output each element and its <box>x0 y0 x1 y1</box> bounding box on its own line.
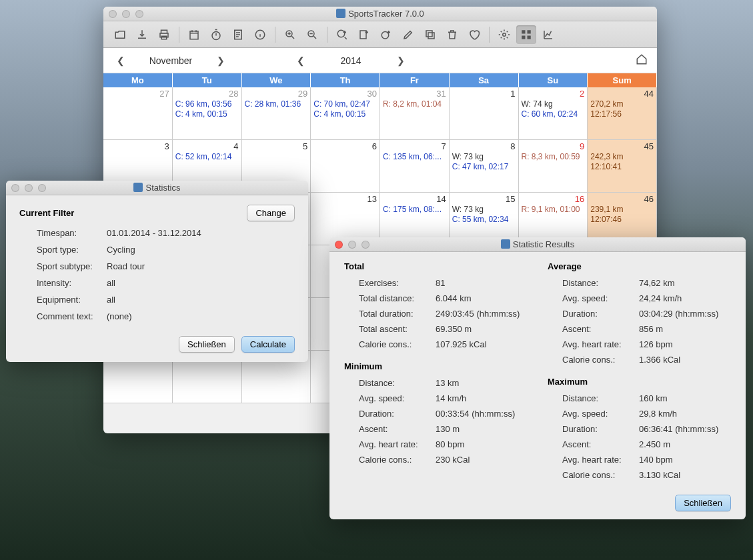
calendar-entry[interactable]: R: 9,1 km, 01:00 <box>522 205 585 214</box>
app-icon <box>133 183 143 192</box>
delete-icon[interactable] <box>442 25 462 44</box>
close-icon[interactable] <box>109 10 117 18</box>
svg-rect-3 <box>190 31 198 39</box>
calendar-day-cell[interactable]: 6 <box>311 140 380 193</box>
calendar-entry[interactable]: 12:10:41 <box>590 162 654 171</box>
calendar-entry[interactable]: C: 175 km, 08:... <box>383 205 446 214</box>
calendar-day-cell[interactable]: 30C: 70 km, 02:47C: 4 km, 00:15 <box>311 87 380 140</box>
separator <box>275 27 275 43</box>
calendar-day-cell[interactable]: 28C: 96 km, 03:56C: 4 km, 00:15 <box>173 87 242 140</box>
label: Duration: <box>359 409 436 419</box>
calendar-entry[interactable]: C: 55 km, 02:34 <box>452 215 516 224</box>
calendar-day-cell[interactable]: 2W: 74 kgC: 60 km, 02:24 <box>519 87 588 140</box>
prev-year-button[interactable]: ❮ <box>294 55 307 66</box>
next-month-button[interactable]: ❯ <box>214 55 227 66</box>
open-icon[interactable] <box>110 25 130 44</box>
calendar-entry[interactable]: C: 135 km, 06:... <box>383 152 446 161</box>
total-heading: Total <box>344 261 528 271</box>
calendar-entry[interactable]: 239,1 km <box>590 205 654 214</box>
next-year-button[interactable]: ❯ <box>394 55 408 66</box>
calendar-day-cell[interactable]: 9R: 8,3 km, 00:59 <box>519 140 588 193</box>
calendar-day-cell[interactable]: 1 <box>450 87 519 140</box>
close-icon[interactable] <box>335 241 343 249</box>
calendar-entry[interactable]: C: 96 km, 03:56 <box>175 99 239 109</box>
svg-rect-17 <box>522 35 525 39</box>
zoom-icon[interactable] <box>38 184 46 192</box>
prev-month-button[interactable]: ❮ <box>114 55 127 66</box>
heart-icon[interactable] <box>464 25 484 44</box>
zoom-icon[interactable] <box>361 241 369 249</box>
day-number: 9 <box>522 141 585 151</box>
traffic-lights <box>109 10 143 18</box>
calendar-entry[interactable]: C: 28 km, 01:36 <box>245 99 308 109</box>
calendar-entry[interactable]: C: 47 km, 02:17 <box>452 162 516 171</box>
close-button[interactable]: Schließen <box>675 495 731 511</box>
calendar-entry[interactable]: W: 73 kg <box>452 152 516 161</box>
add-exercise-icon[interactable] <box>332 25 352 44</box>
print-icon[interactable] <box>154 25 174 44</box>
note-icon[interactable] <box>228 25 248 44</box>
zoom-out-icon[interactable] <box>302 25 322 44</box>
calendar-entry[interactable]: W: 73 kg <box>452 205 516 214</box>
zoom-icon[interactable] <box>135 10 143 18</box>
minimize-icon[interactable] <box>25 184 33 192</box>
calendar-entry[interactable]: R: 8,2 km, 01:04 <box>383 99 446 109</box>
day-number: 13 <box>313 194 377 204</box>
calendar-entry[interactable]: C: 4 km, 00:15 <box>175 109 239 119</box>
calendar-day-cell[interactable]: 29C: 28 km, 01:36 <box>242 87 311 140</box>
close-button[interactable]: Schließen <box>179 336 235 353</box>
chart-view-icon[interactable] <box>538 25 558 44</box>
calendar-day-cell[interactable]: 8W: 73 kgC: 47 km, 02:17 <box>450 140 519 193</box>
calendar-entry[interactable]: 242,3 km <box>590 152 654 161</box>
label: Duration: <box>562 309 639 319</box>
home-icon[interactable] <box>636 53 648 67</box>
equipment-label: Equipment: <box>37 295 107 305</box>
calendar-day-cell[interactable]: 27 <box>103 87 173 140</box>
weekday-header: Su <box>519 73 588 87</box>
statistics-window: Statistics Current Filter Change Timespa… <box>6 181 308 362</box>
copy-icon[interactable] <box>420 25 440 44</box>
zoom-in-icon[interactable] <box>280 25 300 44</box>
add-note-icon[interactable] <box>354 25 374 44</box>
calendar-entry[interactable]: C: 52 km, 02:14 <box>175 152 239 161</box>
calendar-entry[interactable]: 12:07:46 <box>590 215 654 224</box>
calendar-entry[interactable]: R: 8,3 km, 00:59 <box>522 152 585 161</box>
stopwatch-icon[interactable] <box>206 25 226 44</box>
change-button[interactable]: Change <box>247 205 295 221</box>
stats-titlebar[interactable]: Statistics <box>6 181 308 195</box>
timespan-value: 01.01.2014 - 31.12.2014 <box>107 228 295 238</box>
value: 856 m <box>639 324 731 334</box>
info-icon[interactable] <box>250 25 270 44</box>
minimize-icon[interactable] <box>122 10 130 18</box>
value: 29,8 km/h <box>639 409 731 419</box>
save-icon[interactable] <box>132 25 152 44</box>
value: 249:03:45 (hh:mm:ss) <box>436 309 528 319</box>
calendar-entry[interactable]: 270,2 km <box>590 99 654 109</box>
calendar-icon[interactable] <box>184 25 204 44</box>
grid-view-icon[interactable] <box>516 25 536 44</box>
results-titlebar[interactable]: Statistic Results <box>329 237 746 252</box>
add-weight-icon[interactable] <box>376 25 396 44</box>
calculate-button[interactable]: Calculate <box>241 336 295 353</box>
calendar-nav: ❮ November ❯ ❮ 2014 ❯ <box>103 48 657 73</box>
minimize-icon[interactable] <box>348 241 356 249</box>
label: Calorie cons.: <box>562 470 639 480</box>
value: 140 bpm <box>639 455 731 465</box>
main-titlebar[interactable]: SportsTracker 7.0.0 <box>103 7 657 21</box>
svg-rect-16 <box>528 30 531 33</box>
calendar-entry[interactable]: C: 70 km, 02:47 <box>313 99 377 109</box>
calendar-entry[interactable]: W: 74 kg <box>522 99 585 109</box>
sporttype-label: Sport type: <box>37 245 107 255</box>
weekday-header: Tu <box>173 73 242 87</box>
close-icon[interactable] <box>11 184 19 192</box>
calendar-entry[interactable]: 12:17:56 <box>590 109 654 119</box>
separator <box>489 27 490 43</box>
calendar-day-cell[interactable]: 31R: 8,2 km, 01:04 <box>380 87 450 140</box>
edit-icon[interactable] <box>398 25 418 44</box>
settings-icon[interactable] <box>494 25 514 44</box>
calendar-day-cell[interactable]: 7C: 135 km, 06:... <box>380 140 450 193</box>
day-number: 46 <box>590 194 654 204</box>
filter-grid: Timespan:01.01.2014 - 31.12.2014 Sport t… <box>19 228 295 321</box>
calendar-entry[interactable]: C: 60 km, 02:24 <box>522 109 585 119</box>
calendar-entry[interactable]: C: 4 km, 00:15 <box>313 109 377 119</box>
